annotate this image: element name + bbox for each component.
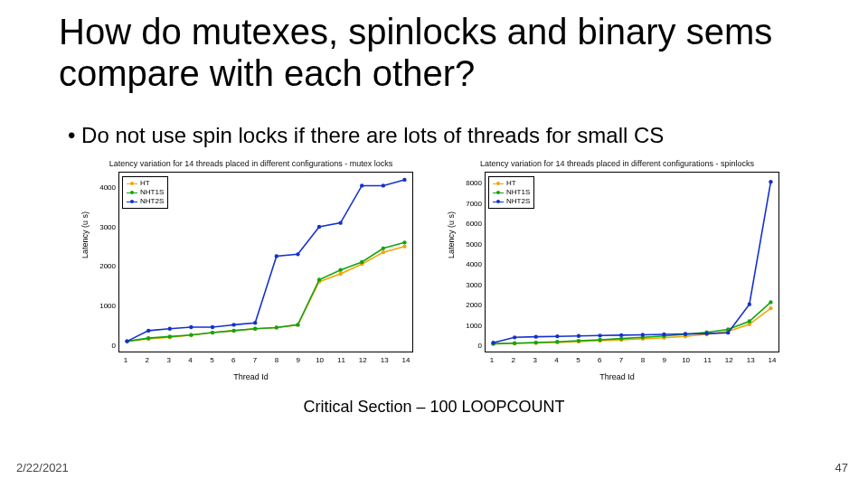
series-marker [641,333,645,336]
series-marker [577,334,580,338]
legend-item: HT [493,179,530,188]
y-tick: 4000 [85,183,116,191]
x-axis-label: Thread Id [443,372,791,381]
x-tick: 5 [205,356,218,364]
series-marker [146,329,150,333]
series-marker [317,225,321,229]
legend-label: NHT2S [506,197,530,206]
y-tick: 7000 [451,199,482,207]
legend-swatch-icon [493,192,504,193]
y-axis-label: Latency (u s) [447,211,456,258]
series-marker [769,306,772,310]
legend-swatch-icon [127,192,137,193]
series-marker [382,183,385,187]
y-axis-label: Latency (u s) [80,211,90,258]
x-tick: 7 [249,356,261,364]
series-line [494,182,771,343]
slide-bullet: Do not use spin locks if there are lots … [68,123,809,148]
series-marker [491,341,495,344]
y-tick: 2000 [85,262,116,270]
series-marker [146,336,150,340]
x-tick: 9 [292,356,305,364]
legend-label: NHT1S [506,188,530,197]
series-marker [360,183,363,187]
series-marker [125,339,128,343]
slide-title: How do mutexes, spinlocks and binary sem… [59,11,818,94]
chart-mutex: Latency variation for 14 threads placed … [77,159,425,385]
series-marker [748,319,751,323]
series-marker [231,329,235,333]
series-line [127,242,405,341]
x-tick: 8 [270,356,283,364]
y-tick: 2000 [451,301,482,309]
x-tick: 6 [593,356,606,364]
series-marker [275,325,278,329]
series-marker [769,300,772,304]
legend-label: HT [140,179,150,188]
y-tick: 1000 [85,302,116,310]
footer-page: 47 [835,461,848,474]
x-tick: 13 [744,356,757,364]
x-tick: 6 [227,356,240,364]
x-tick: 14 [400,356,412,364]
series-marker [577,339,580,343]
series-marker [704,332,708,335]
legend-item: NHT1S [493,188,530,197]
series-marker [168,334,172,338]
y-tick: 3000 [451,280,482,288]
y-tick: 5000 [451,239,482,248]
series-marker [360,260,363,264]
series-marker [338,267,342,271]
series-marker [769,180,772,183]
x-tick: 9 [658,356,671,364]
legend-label: HT [506,179,516,188]
x-tick: 11 [335,356,347,364]
legend-label: NHT1S [140,188,164,197]
legend-swatch-icon [127,183,137,184]
x-tick: 12 [356,356,369,364]
series-marker [402,178,406,182]
x-tick: 10 [680,356,693,364]
series-marker [211,325,214,329]
legend-swatch-icon [493,202,504,202]
footer-date: 2/22/2021 [16,461,69,474]
series-marker [253,327,257,331]
x-tick: 10 [314,356,326,364]
x-tick: 2 [507,356,520,364]
charts-row: Latency variation for 14 threads placed … [77,159,791,385]
series-marker [619,333,623,337]
x-tick: 4 [551,356,563,364]
legend-item: HT [127,179,164,188]
x-tick: 13 [378,356,391,364]
series-marker [338,272,342,276]
series-marker [275,254,278,258]
series-marker [338,221,342,224]
slide: How do mutexes, spinlocks and binary sem… [0,0,868,488]
x-tick: 3 [163,356,175,364]
series-marker [598,333,601,337]
legend-item: NHT2S [493,197,530,206]
series-marker [296,252,299,256]
series-marker [748,302,751,305]
series-marker [726,331,730,334]
series-marker [382,247,385,250]
series-marker [317,277,321,281]
x-tick: 7 [615,356,627,364]
series-marker [534,334,538,338]
chart-title: Latency variation for 14 threads placed … [443,159,791,168]
x-tick: 14 [766,356,778,364]
series-marker [684,332,687,335]
series-marker [513,342,516,345]
x-tick: 1 [486,356,498,364]
legend-swatch-icon [493,183,504,184]
series-marker [189,325,193,329]
x-tick: 4 [184,356,197,364]
y-tick: 4000 [451,260,482,268]
x-tick: 8 [637,356,649,364]
x-tick: 11 [701,356,713,364]
x-tick: 1 [119,356,132,364]
series-marker [555,340,559,343]
series-marker [231,323,235,326]
series-marker [555,334,559,338]
x-tick: 12 [722,356,735,364]
